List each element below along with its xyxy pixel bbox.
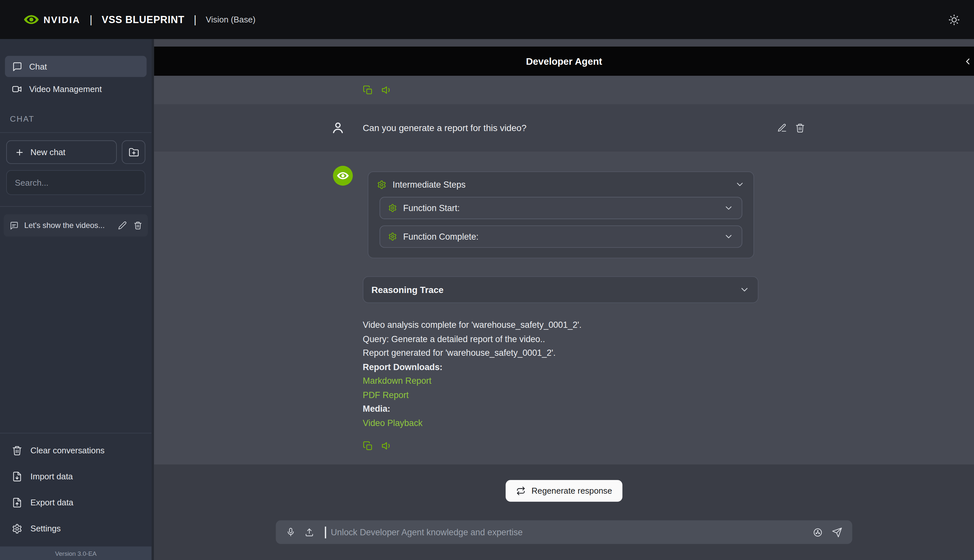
report-downloads-label: Report Downloads: [363,360,922,374]
reasoning-trace-label: Reasoning Trace [372,285,444,295]
regenerate-label: Regenerate response [532,486,612,496]
trash-icon [795,123,805,133]
nvidia-logo: NVIDIA [24,14,80,25]
search-input[interactable] [6,170,145,195]
nvidia-eye-icon [337,172,349,180]
main-panel: Developer Agent [154,39,974,560]
pdf-report-link[interactable]: PDF Report [363,388,922,402]
knowledge-icon [813,527,823,537]
chat-section-label: CHAT [0,114,152,123]
delete-message-button[interactable] [795,123,805,133]
chevron-down-icon [724,203,734,213]
copy-response-button[interactable] [363,85,373,95]
assistant-avatar [333,166,353,186]
sidebar-item-label: Video Management [29,84,102,94]
sidebar-item-chat[interactable]: Chat [5,56,147,77]
person-icon [330,120,346,136]
chevron-down-icon [735,180,745,190]
send-button[interactable] [829,527,845,537]
intermediate-steps-panel: Intermediate Steps Function Start: [368,172,754,258]
footer-item-label: Clear conversations [30,445,105,455]
previous-message-actions [154,76,974,104]
theme-toggle-button[interactable] [948,13,960,26]
sidebar-footer: Clear conversations Import data Export d… [0,433,152,542]
regenerate-response-button[interactable]: Regenerate response [505,480,623,502]
assistant-message-text: Video analysis complete for 'warehouse_s… [363,318,922,430]
clear-conversations-button[interactable]: Clear conversations [3,437,148,463]
paper-plane-icon [832,527,842,537]
function-complete-label: Function Complete: [403,232,479,242]
query-line: Query: Generate a detailed report of the… [363,332,922,346]
pencil-icon [777,123,787,133]
upload-icon [305,527,315,537]
reasoning-trace-toggle[interactable]: Reasoning Trace [363,277,758,303]
intermediate-steps-toggle[interactable]: Intermediate Steps [368,172,754,197]
settings-button[interactable]: Settings [3,515,148,542]
pencil-icon [118,221,127,230]
function-gear-icon [388,203,397,212]
app: NVIDIA | VSS BLUEPRINT | Vision (Base) C… [0,0,974,560]
upload-button[interactable] [302,527,317,537]
new-chat-label: New chat [30,147,65,157]
speaker-icon [381,85,392,96]
app-title: VSS BLUEPRINT [102,14,185,25]
user-message-actions [777,123,805,133]
import-data-button[interactable]: Import data [3,463,148,489]
message-input-bar [276,520,852,544]
new-folder-button[interactable] [122,140,145,164]
chevron-left-icon [963,56,973,66]
conversation-title: Let's show the videos... [24,221,112,230]
sun-icon [948,13,960,26]
function-start-toggle[interactable]: Function Start: [380,197,742,219]
brand-name: NVIDIA [43,14,80,25]
trash-icon [134,221,142,230]
function-complete-toggle[interactable]: Function Complete: [380,225,742,248]
read-aloud-button[interactable] [381,85,392,96]
delete-conversation-button[interactable] [134,221,142,230]
function-start-label: Function Start: [403,203,460,213]
knowledge-base-button[interactable] [810,527,826,537]
sidebar-item-video-management[interactable]: Video Management [5,78,147,100]
read-aloud-button[interactable] [381,440,392,452]
function-gear-icon [377,180,387,189]
file-import-icon [12,471,22,481]
copy-icon [363,441,373,451]
plus-icon [15,147,24,157]
copy-response-button[interactable] [363,441,373,451]
video-playback-link[interactable]: Video Playback [363,416,922,430]
top-header: NVIDIA | VSS BLUEPRINT | Vision (Base) [0,0,974,39]
agent-header: Developer Agent [154,47,974,76]
report-line: Report generated for 'warehouse_safety_0… [363,346,922,360]
file-export-icon [12,497,22,508]
footer-item-label: Settings [30,524,61,533]
new-chat-button[interactable]: New chat [6,140,117,164]
assistant-message-row: Intermediate Steps Function Start: [154,152,974,464]
sidebar: Chat Video Management CHAT New chat [0,39,152,560]
search-wrap [0,164,152,195]
agent-panel-title: Developer Agent [526,56,602,67]
conversation-list-item[interactable]: Let's show the videos... [3,214,148,237]
export-data-button[interactable]: Export data [3,490,148,515]
repeat-icon [516,486,525,496]
conversation-icon [10,221,19,230]
chevron-down-icon [724,232,734,242]
user-avatar [330,120,346,136]
gear-icon [12,523,22,534]
chevron-down-icon [739,285,749,295]
chat-message-input[interactable] [330,527,806,537]
sidebar-divider [0,206,152,207]
folder-plus-icon [128,147,138,157]
text-cursor [325,526,326,538]
footer-item-label: Import data [30,472,73,481]
collapse-panel-button[interactable] [963,47,973,76]
assistant-message-actions [363,440,922,452]
microphone-button[interactable] [284,527,298,537]
title-separator: | [194,13,197,26]
user-message-text: Can you generate a report for this video… [363,123,526,133]
edit-message-button[interactable] [777,123,787,133]
app-subtitle: Vision (Base) [206,15,256,24]
rename-conversation-button[interactable] [118,221,127,230]
app-body: Chat Video Management CHAT New chat [0,39,974,560]
markdown-report-link[interactable]: Markdown Report [363,374,922,388]
sidebar-nav: Chat Video Management [0,39,152,99]
